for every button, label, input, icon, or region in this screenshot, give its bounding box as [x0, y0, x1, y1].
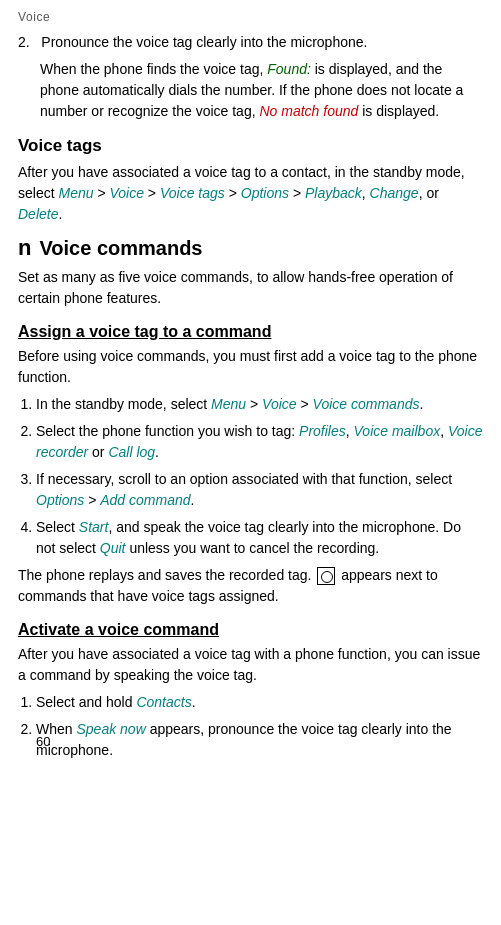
page-content: Voice 2. Pronounce the voice tag clearly… [18, 10, 483, 761]
intro-step2: 2. Pronounce the voice tag clearly into … [18, 32, 483, 53]
intro-step2-detail: When the phone finds the voice tag, Foun… [40, 59, 483, 122]
section-letter: n [18, 235, 31, 261]
assign-step-2: Select the phone function you wish to ta… [36, 421, 483, 463]
page-header: Voice [18, 10, 483, 24]
voice-tags-description: After you have associated a voice tag to… [18, 162, 483, 225]
voice-commands-title: Voice commands [39, 237, 202, 260]
voice-tags-heading: Voice tags [18, 136, 483, 156]
voice-tag-icon [317, 567, 335, 585]
activate-step-2: When Speak now appears, pronounce the vo… [36, 719, 483, 761]
intro-section: 2. Pronounce the voice tag clearly into … [18, 32, 483, 122]
after-steps-text: The phone replays and saves the recorded… [18, 565, 483, 607]
assign-tag-description: Before using voice commands, you must fi… [18, 346, 483, 388]
voice-commands-heading-row: n Voice commands [18, 235, 483, 261]
activate-command-description: After you have associated a voice tag wi… [18, 644, 483, 686]
activate-step-1: Select and hold Contacts. [36, 692, 483, 713]
assign-step-1: In the standby mode, select Menu > Voice… [36, 394, 483, 415]
assign-tag-heading: Assign a voice tag to a command [18, 323, 483, 341]
voice-commands-description: Set as many as five voice commands, to a… [18, 267, 483, 309]
assign-step-3: If necessary, scroll to an option associ… [36, 469, 483, 511]
assign-step-4: Select Start, and speak the voice tag cl… [36, 517, 483, 559]
activate-steps: Select and hold Contacts. When Speak now… [18, 692, 483, 761]
step2-number: 2. [18, 34, 37, 50]
assign-tag-steps: In the standby mode, select Menu > Voice… [18, 394, 483, 559]
activate-command-heading: Activate a voice command [18, 621, 483, 639]
page-number: 60 [36, 734, 50, 749]
